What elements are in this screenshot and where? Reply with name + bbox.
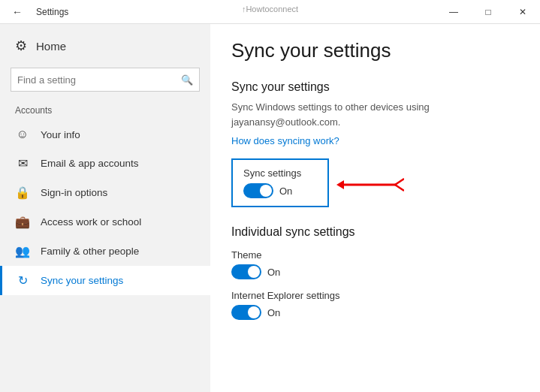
sidebar-label-work-school: Access work or school	[41, 216, 141, 228]
title-bar: ← Settings ↑Howtoconnect — □ ✕	[0, 0, 540, 24]
svg-marker-1	[336, 180, 344, 189]
search-icon: 🔍	[181, 74, 193, 86]
window-controls: — □ ✕	[436, 0, 540, 24]
search-input[interactable]	[17, 74, 181, 86]
ie-toggle[interactable]	[231, 305, 261, 320]
briefcase-icon: 💼	[15, 215, 30, 229]
sidebar-label-email-accounts: Email & app accounts	[41, 158, 139, 169]
minimize-button[interactable]: —	[436, 0, 471, 24]
ie-setting: Internet Explorer settings On	[231, 290, 519, 320]
person-icon: ☺	[15, 128, 30, 141]
individual-sync-section: Individual sync settings Theme On Intern…	[231, 225, 519, 320]
sync-toggle-label: On	[279, 185, 292, 197]
sidebar-item-your-info[interactable]: ☺ Your info	[0, 120, 210, 149]
sync-settings-box-label: Sync settings	[243, 167, 317, 179]
svg-line-2	[395, 179, 404, 185]
svg-line-3	[395, 185, 404, 191]
sidebar-item-sign-in[interactable]: 🔒 Sign-in options	[0, 178, 210, 207]
watermark: ↑Howtoconnect	[242, 5, 298, 14]
sync-settings-box: Sync settings On	[231, 158, 329, 207]
sidebar: ⚙ Home 🔍 Accounts ☺ Your info ✉ Email & …	[0, 24, 210, 392]
sidebar-section-title: Accounts	[0, 102, 210, 120]
sync-link[interactable]: How does syncing work?	[231, 135, 339, 146]
email-icon: ✉	[15, 156, 30, 170]
sidebar-label-your-info: Your info	[41, 129, 80, 140]
individual-section-title: Individual sync settings	[231, 225, 519, 239]
theme-toggle-label: On	[267, 267, 280, 278]
sync-toggle[interactable]	[243, 183, 273, 198]
search-box[interactable]: 🔍	[11, 68, 200, 92]
sidebar-label-sign-in: Sign-in options	[41, 187, 107, 198]
sidebar-item-family[interactable]: 👥 Family & other people	[0, 237, 210, 266]
app-body: ⚙ Home 🔍 Accounts ☺ Your info ✉ Email & …	[0, 24, 540, 392]
home-icon: ⚙	[15, 38, 27, 54]
key-icon: 🔒	[15, 185, 30, 200]
sidebar-label-sync: Sync your settings	[41, 275, 123, 286]
sync-icon: ↻	[15, 273, 30, 288]
red-arrow-annotation	[336, 176, 404, 194]
theme-toggle[interactable]	[231, 264, 261, 279]
sidebar-item-work-school[interactable]: 💼 Access work or school	[0, 207, 210, 237]
page-title: Sync your settings	[231, 39, 519, 62]
home-label: Home	[36, 40, 66, 53]
sidebar-home[interactable]: ⚙ Home	[0, 24, 210, 65]
ie-label: Internet Explorer settings	[231, 290, 519, 301]
restore-button[interactable]: □	[471, 0, 505, 24]
sync-section-desc: Sync Windows settings to other devices u…	[231, 100, 519, 129]
ie-toggle-label: On	[267, 307, 280, 318]
theme-toggle-row: On	[231, 264, 519, 279]
main-content: Sync your settings Sync your settings Sy…	[210, 24, 540, 392]
title-bar-title: Settings	[36, 7, 68, 17]
close-button[interactable]: ✕	[505, 0, 540, 24]
ie-toggle-row: On	[231, 305, 519, 320]
family-icon: 👥	[15, 244, 30, 258]
sidebar-item-sync[interactable]: ↻ Sync your settings	[0, 266, 210, 295]
sync-settings-area: Sync settings On	[231, 158, 519, 210]
sidebar-label-family: Family & other people	[41, 246, 139, 257]
back-button[interactable]: ←	[6, 6, 29, 18]
sync-section-title: Sync your settings	[231, 80, 519, 94]
theme-label: Theme	[231, 249, 519, 261]
theme-setting: Theme On	[231, 249, 519, 279]
sidebar-item-email-accounts[interactable]: ✉ Email & app accounts	[0, 149, 210, 178]
sync-toggle-row: On	[243, 183, 317, 198]
